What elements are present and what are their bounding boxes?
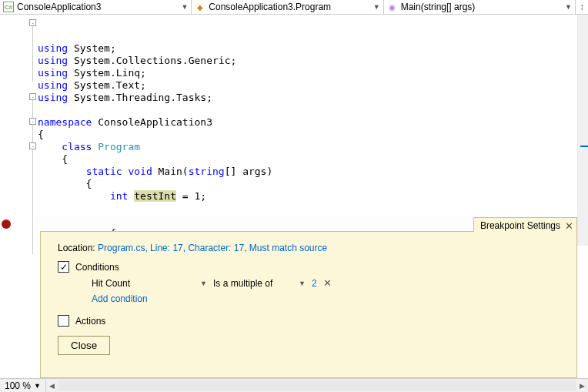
chevron-down-icon: ▼ (34, 382, 41, 390)
condition-value[interactable]: 2 (312, 278, 317, 289)
code-editor[interactable]: - - - - using System; using System.Colle… (0, 15, 588, 246)
actions-checkbox[interactable] (58, 315, 69, 327)
split-button[interactable]: ↕ (576, 0, 588, 14)
zoom-text: 100 % (5, 380, 31, 391)
class-text: ConsoleApplication3.Program (209, 2, 331, 12)
condition-op-dropdown[interactable]: Is a multiple of ▼ (213, 278, 306, 289)
class-icon: ◆ (195, 2, 205, 12)
scroll-track[interactable] (58, 380, 576, 391)
ruler-mark (580, 146, 588, 147)
overview-ruler[interactable] (577, 15, 588, 246)
chevron-down-icon: ▼ (299, 280, 306, 287)
outline-line (32, 26, 33, 82)
zoom-dropdown[interactable]: 100 % ▼ (0, 380, 45, 391)
conditions-checkbox[interactable]: ✓ (58, 261, 69, 273)
location-row: Location: Program.cs, Line: 17, Characte… (58, 243, 564, 253)
actions-label: Actions (75, 316, 105, 327)
navigation-bar: C# ConsoleApplication3 ▼ ◆ ConsoleApplic… (0, 0, 588, 15)
chevron-down-icon: ▼ (565, 3, 572, 11)
add-condition-link[interactable]: Add condition (92, 293, 148, 304)
location-label: Location: (58, 243, 98, 253)
close-button[interactable]: Close (58, 336, 110, 355)
chevron-down-icon: ▼ (373, 3, 380, 11)
status-bar: 100 % ▼ ◀ ▶ (0, 378, 588, 392)
location-link[interactable]: Program.cs, Line: 17, Character: 17, Mus… (98, 243, 327, 253)
class-dropdown[interactable]: ◆ ConsoleApplication3.Program ▼ (192, 0, 383, 14)
horizontal-scrollbar[interactable]: ◀ ▶ (45, 380, 588, 392)
condition-entry: Hit Count ▼ Is a multiple of ▼ 2 ✕ (92, 277, 564, 289)
split-icon: ↕ (580, 2, 584, 12)
condition-type-dropdown[interactable]: Hit Count ▼ (92, 278, 207, 289)
csharp-icon: C# (3, 2, 14, 12)
method-icon: ◉ (387, 2, 398, 12)
scroll-left-button[interactable]: ◀ (46, 380, 58, 392)
member-text: Main(string[] args) (401, 2, 476, 12)
actions-row: Actions (58, 315, 564, 327)
panel-titlebar: Breakpoint Settings ✕ (473, 217, 577, 232)
scope-text: ConsoleApplication3 (17, 2, 101, 12)
member-dropdown[interactable]: ◉ Main(string[] args) ▼ (384, 0, 576, 14)
panel-title-text: Breakpoint Settings (480, 220, 560, 231)
conditions-label: Conditions (75, 262, 119, 273)
breakpoint-settings-panel: Breakpoint Settings ✕ Location: Program.… (40, 231, 577, 378)
chevron-down-icon: ▼ (181, 3, 188, 11)
scroll-right-button[interactable]: ▶ (576, 380, 588, 392)
conditions-row: ✓ Conditions (58, 261, 564, 273)
breakpoint-glyph[interactable] (2, 219, 11, 229)
scope-dropdown[interactable]: C# ConsoleApplication3 ▼ (0, 0, 192, 14)
editor-gutter: - - - - (0, 15, 35, 246)
condition-type-text: Hit Count (92, 278, 130, 289)
code-area[interactable]: using System; using System.Collections.G… (35, 15, 577, 246)
chevron-down-icon: ▼ (200, 280, 207, 287)
add-condition-row: Add condition (92, 293, 564, 304)
condition-op-text: Is a multiple of (213, 278, 272, 289)
close-icon[interactable]: ✕ (565, 220, 573, 232)
remove-condition-icon[interactable]: ✕ (323, 277, 332, 289)
